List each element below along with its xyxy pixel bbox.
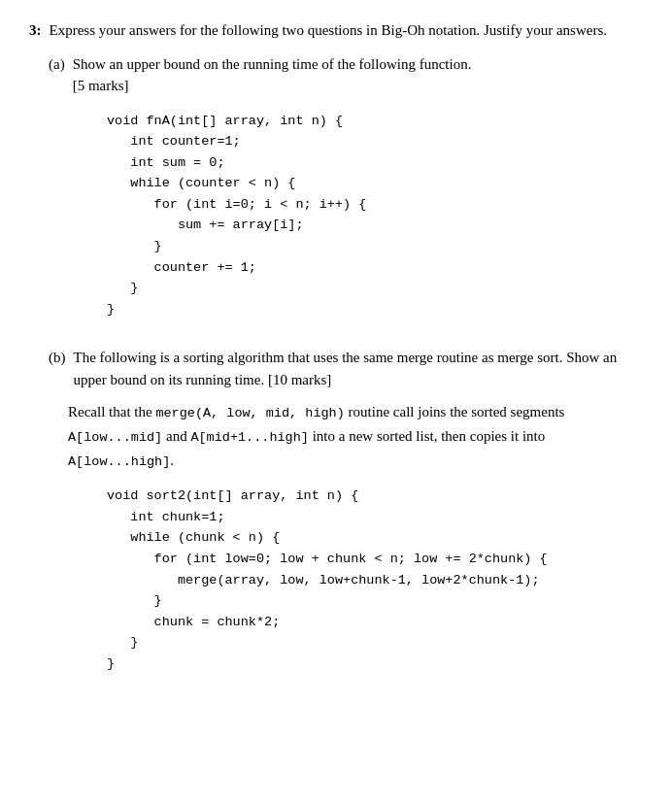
merge-inline-code: merge bbox=[397, 350, 433, 365]
part-b-text: The following is a sorting algorithm tha… bbox=[74, 347, 644, 390]
part-a-label: (a) bbox=[49, 53, 65, 97]
part-b-marks: [10 marks] bbox=[268, 372, 331, 387]
part-b-recall: Recall that the merge(A, low, mid, high)… bbox=[68, 400, 643, 472]
question-header: 3: Express your answers for the followin… bbox=[29, 19, 643, 42]
question-container: 3: Express your answers for the followin… bbox=[29, 19, 643, 675]
part-a: (a) Show an upper bound on the running t… bbox=[49, 53, 643, 320]
part-b-header: (b) The following is a sorting algorithm… bbox=[49, 347, 643, 390]
part-a-marks: [5 marks] bbox=[73, 78, 129, 93]
part-a-code: void fnA(int[] array, int n) { int count… bbox=[107, 111, 643, 320]
question-number: 3: bbox=[29, 19, 42, 42]
part-b: (b) The following is a sorting algorithm… bbox=[49, 347, 643, 674]
part-b-label: (b) bbox=[49, 347, 66, 390]
part-b-code: void sort2(int[] array, int n) { int chu… bbox=[107, 486, 643, 674]
question-intro: Express your answers for the following t… bbox=[50, 19, 608, 42]
part-a-header: (a) Show an upper bound on the running t… bbox=[49, 53, 643, 97]
part-a-text: Show an upper bound on the running time … bbox=[73, 53, 472, 97]
